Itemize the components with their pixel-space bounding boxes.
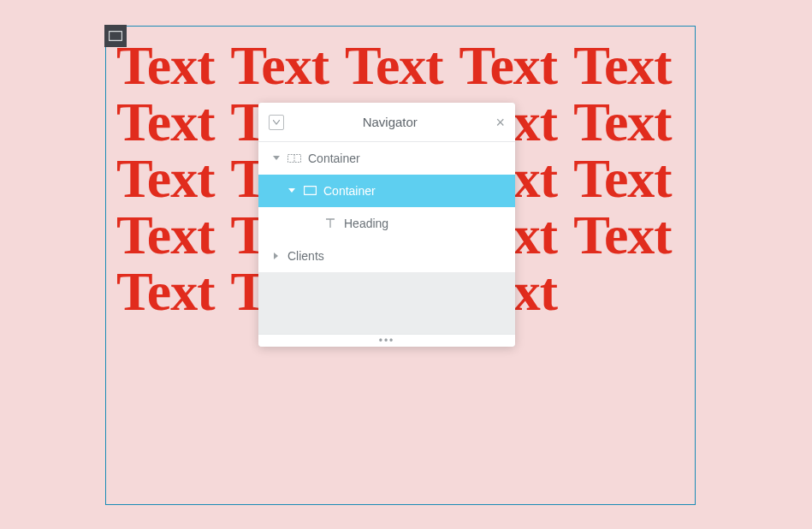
navigator-tree: ContainerContainerHeadingClients bbox=[258, 142, 515, 272]
chevron-down-icon[interactable] bbox=[287, 188, 296, 193]
chevron-down-icon[interactable] bbox=[272, 156, 281, 161]
tree-row-heading[interactable]: Heading bbox=[258, 207, 515, 240]
close-button[interactable]: × bbox=[495, 115, 505, 130]
chevron-down-icon bbox=[273, 120, 280, 125]
drag-dots-icon: ••• bbox=[379, 335, 395, 347]
navigator-panel[interactable]: Navigator × ContainerContainerHeadingCli… bbox=[258, 103, 515, 347]
tree-row-container[interactable]: Container bbox=[258, 175, 515, 207]
tree-row-clients[interactable]: Clients bbox=[258, 240, 515, 272]
tree-row-label: Container bbox=[323, 184, 515, 198]
tree-row-container[interactable]: Container bbox=[258, 142, 515, 175]
chevron-right-icon[interactable] bbox=[272, 253, 281, 259]
navigator-empty-area bbox=[258, 272, 515, 334]
close-icon: × bbox=[495, 114, 505, 131]
tree-row-label: Clients bbox=[287, 249, 515, 263]
svg-rect-0 bbox=[110, 32, 122, 41]
resize-handle[interactable]: ••• bbox=[258, 334, 515, 347]
navigator-title: Navigator bbox=[284, 115, 495, 129]
navigator-header: Navigator × bbox=[258, 103, 515, 142]
container-handle[interactable] bbox=[104, 25, 127, 47]
svg-rect-3 bbox=[304, 187, 316, 195]
tree-row-label: Heading bbox=[344, 217, 515, 230]
svg-rect-1 bbox=[288, 154, 301, 162]
container-icon bbox=[109, 31, 122, 41]
tree-row-label: Container bbox=[308, 152, 515, 165]
heading-icon bbox=[323, 218, 337, 229]
expand-all-button[interactable] bbox=[269, 115, 284, 130]
container-icon bbox=[303, 186, 317, 195]
container-horizontal-icon bbox=[287, 154, 301, 163]
